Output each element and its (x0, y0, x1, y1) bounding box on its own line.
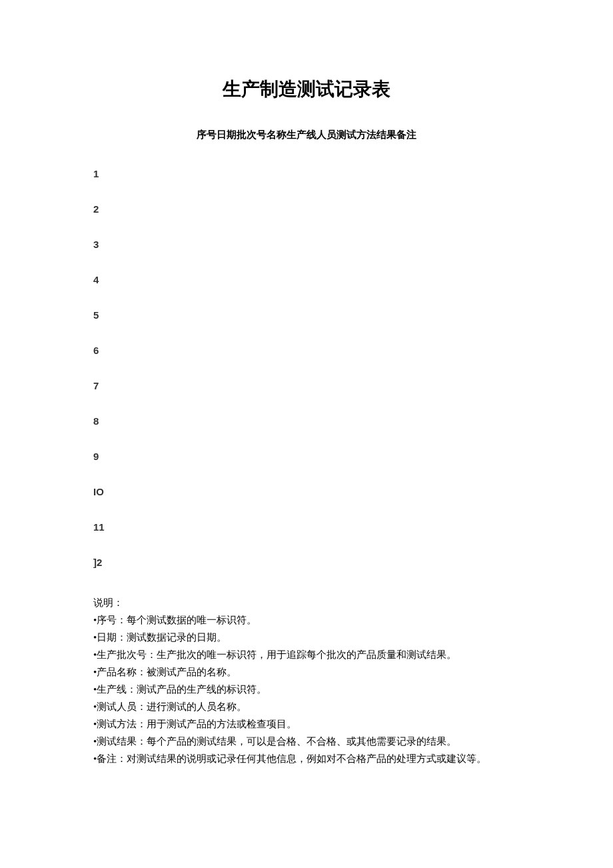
table-row: 8 (93, 415, 520, 427)
explanation-item: •序号：每个测试数据的唯一标识符。 (93, 612, 520, 628)
table-header-row: 序号日期批次号名称生产线人员测试方法结果备注 (93, 129, 520, 141)
table-row: 3 (93, 239, 520, 250)
explanation-text: 生产线：测试产品的生产线的标识符。 (97, 681, 520, 697)
explanation-title: 说明： (93, 595, 520, 611)
table-row: 7 (93, 380, 520, 391)
explanation-text: 日期：测试数据记录的日期。 (97, 629, 520, 645)
table-row: 11 (93, 521, 520, 533)
table-row: 5 (93, 309, 520, 321)
explanation-item: •日期：测试数据记录的日期。 (93, 629, 520, 645)
explanation-item: •生产批次号：生产批次的唯一标识符，用于追踪每个批次的产品质量和测试结果。 (93, 647, 520, 663)
explanation-list: •序号：每个测试数据的唯一标识符。 •日期：测试数据记录的日期。 •生产批次号：… (93, 612, 520, 767)
explanation-item: •生产线：测试产品的生产线的标识符。 (93, 681, 520, 697)
document-title: 生产制造测试记录表 (93, 77, 520, 102)
table-row: 6 (93, 345, 520, 356)
explanation-item: •备注：对测试结果的说明或记录任何其他信息，例如对不合格产品的处理方式或建议等。 (93, 751, 520, 767)
explanation-item: •测试人员：进行测试的人员名称。 (93, 699, 520, 715)
explanation-text: 备注：对测试结果的说明或记录任何其他信息，例如对不合格产品的处理方式或建议等。 (97, 751, 520, 767)
table-row: ]2 (93, 557, 520, 568)
table-row: IO (93, 486, 520, 497)
table-row: 2 (93, 203, 520, 215)
explanation-text: 产品名称：被测试产品的名称。 (97, 664, 520, 680)
table-rows-container: 1 2 3 4 5 6 7 8 9 IO 11 ]2 (93, 168, 520, 568)
explanation-text: 测试人员：进行测试的人员名称。 (97, 699, 520, 715)
explanation-item: •测试方法：用于测试产品的方法或检查项目。 (93, 716, 520, 732)
explanation-text: 序号：每个测试数据的唯一标识符。 (97, 612, 520, 628)
explanation-item: •测试结果：每个产品的测试结果，可以是合格、不合格、或其他需要记录的结果。 (93, 733, 520, 749)
table-row: 1 (93, 168, 520, 179)
explanation-text: 测试结果：每个产品的测试结果，可以是合格、不合格、或其他需要记录的结果。 (97, 733, 520, 749)
explanation-text: 测试方法：用于测试产品的方法或检查项目。 (97, 716, 520, 732)
table-row: 9 (93, 451, 520, 462)
explanation-text: 生产批次号：生产批次的唯一标识符，用于追踪每个批次的产品质量和测试结果。 (97, 647, 520, 663)
table-row: 4 (93, 274, 520, 285)
explanation-section: 说明： •序号：每个测试数据的唯一标识符。 •日期：测试数据记录的日期。 •生产… (93, 595, 520, 767)
explanation-item: •产品名称：被测试产品的名称。 (93, 664, 520, 680)
